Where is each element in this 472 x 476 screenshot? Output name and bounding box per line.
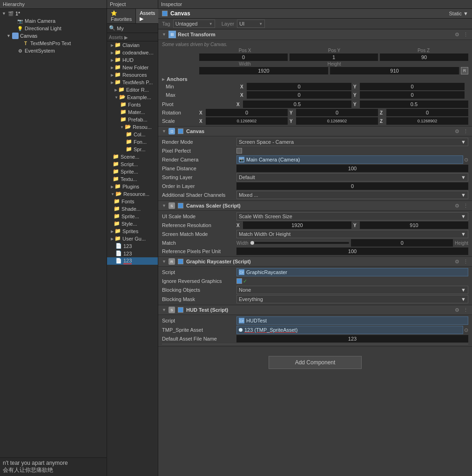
pivot-y-input[interactable] xyxy=(360,101,468,108)
screen-match-mode-dropdown[interactable]: Match Width Or Height ▼ xyxy=(236,230,468,238)
hud-test-settings[interactable]: ⚙ xyxy=(455,307,459,313)
anchors-max-y-input[interactable] xyxy=(360,91,465,99)
folder-clavian[interactable]: ▶ 📁 Clavian xyxy=(107,41,158,49)
folder-resources2[interactable]: ▼ 📂 Resource... xyxy=(107,190,158,198)
folder-textmesh[interactable]: ▶ 📁 TextMesh P... xyxy=(107,79,158,86)
rect-transform-header[interactable]: ▼ ⊞ Rect Transform ⚙ ⋮ xyxy=(158,29,472,40)
tag-dropdown[interactable]: Untagged ▼ xyxy=(173,20,215,28)
anchors-max-x-input[interactable] xyxy=(247,91,351,99)
raycaster-enabled-checkbox[interactable] xyxy=(178,259,183,264)
canvas-enabled-checkbox[interactable] xyxy=(178,128,183,134)
sorting-layer-dropdown[interactable]: Default ▼ xyxy=(236,173,468,181)
folder-fonts[interactable]: 📁 Fonts xyxy=(109,101,158,108)
hierarchy-item-textmeshpro[interactable]: ▶ T TextMeshPro Text xyxy=(0,40,107,47)
r-button[interactable]: R xyxy=(461,67,468,74)
canvas-header[interactable]: ▼ ⊡ Canvas ⚙ ⋮ xyxy=(158,127,472,136)
ignore-reversed-checkbox[interactable] xyxy=(236,278,242,284)
file-123-3[interactable]: 📄 123 xyxy=(107,257,158,265)
scaler-enabled-checkbox[interactable] xyxy=(178,203,183,208)
camera-link-dot[interactable]: ⊙ xyxy=(464,157,468,163)
object-active-checkbox[interactable] xyxy=(162,11,168,16)
folder-sprite-r[interactable]: 📁 Sprite... xyxy=(107,213,158,220)
rot-x-input[interactable] xyxy=(206,109,288,116)
hierarchy-item-eventsystem[interactable]: ▶ ⚙ EventSystem xyxy=(0,47,107,54)
tab-favorites[interactable]: ⭐ Favorites xyxy=(107,9,136,23)
folder-plugins[interactable]: ▶ 📁 Plugins xyxy=(107,183,158,190)
folder-sprite[interactable]: 📁 Sprite... xyxy=(107,168,158,175)
scale-y-input[interactable] xyxy=(296,117,378,125)
hud-test-enabled-checkbox[interactable] xyxy=(178,307,183,313)
render-mode-dropdown[interactable]: Screen Space - Camera ▼ xyxy=(236,138,468,146)
raycaster-settings[interactable]: ⚙ xyxy=(455,259,459,265)
folder-codeandweb[interactable]: ▶ 📁 codeandweb.com xyxy=(107,49,158,56)
ref-res-x-input[interactable] xyxy=(243,221,351,229)
folder-examples[interactable]: ▼ 📂 Example... xyxy=(109,94,158,101)
raycaster-script-value[interactable]: C# GraphicRaycaster xyxy=(236,268,468,276)
graphic-raycaster-header[interactable]: ▼ R Graphic Raycaster (Script) ⚙ ⋮ xyxy=(158,257,472,267)
folder-fonts-r[interactable]: 📁 Fonts xyxy=(107,198,158,205)
scaler-overflow[interactable]: ⋮ xyxy=(463,203,468,209)
height-input[interactable] xyxy=(330,67,459,74)
folder-resou2[interactable]: ▼ 📂 Resou... xyxy=(109,123,158,131)
pivot-x-input[interactable] xyxy=(243,101,351,108)
rot-y-input[interactable] xyxy=(296,109,378,116)
pos-y-input[interactable] xyxy=(290,54,378,61)
hierarchy-item-directional-light[interactable]: ▶ 💡 Directional Light xyxy=(0,25,107,32)
hud-test-overflow[interactable]: ⋮ xyxy=(463,307,468,313)
folder-textu[interactable]: 📁 Textu... xyxy=(107,175,158,183)
raycaster-overflow[interactable]: ⋮ xyxy=(463,259,468,265)
scene-root[interactable]: ▼ 🎬 1* xyxy=(0,10,107,17)
add-component-button[interactable]: Add Component xyxy=(269,356,362,369)
ref-pixels-input[interactable] xyxy=(236,248,468,255)
folder-style-r[interactable]: 📁 Style... xyxy=(107,220,158,228)
pos-z-input[interactable] xyxy=(380,54,468,61)
hud-script-value[interactable]: C# HUDTest xyxy=(236,316,468,325)
tmp-sprite-asset-value[interactable]: 123 (TMP_SpriteAsset) xyxy=(236,326,463,334)
pixel-perfect-checkbox[interactable] xyxy=(236,148,242,154)
scaler-settings[interactable]: ⚙ xyxy=(455,203,459,209)
anchors-min-y-input[interactable] xyxy=(360,83,465,90)
match-slider[interactable] xyxy=(250,242,350,244)
width-input[interactable] xyxy=(199,67,328,74)
hierarchy-item-main-camera[interactable]: ▶ 📷 Main Camera xyxy=(0,17,107,25)
hierarchy-item-canvas[interactable]: ▼ Canvas xyxy=(0,32,107,40)
rect-transform-overflow[interactable]: ⋮ xyxy=(463,32,468,38)
folder-script[interactable]: 📁 Script... xyxy=(107,161,158,168)
folder-editor-r[interactable]: ▶ 📁 Editor R... xyxy=(109,86,158,94)
hud-test-header[interactable]: ▼ S HUD Test (Script) ⚙ ⋮ xyxy=(158,305,472,315)
canvas-scaler-header[interactable]: ▼ S Canvas Scaler (Script) ⚙ ⋮ xyxy=(158,201,472,211)
ref-res-y-input[interactable] xyxy=(360,221,468,229)
file-123-1[interactable]: 📄 123 xyxy=(107,242,158,250)
file-123-2[interactable]: 📄 123 xyxy=(107,250,158,257)
blocking-mask-dropdown[interactable]: Everything ▼ xyxy=(236,295,468,303)
plane-distance-input[interactable] xyxy=(236,165,468,172)
scale-x-input[interactable] xyxy=(206,117,288,125)
tmp-sprite-link-dot[interactable]: ⊙ xyxy=(464,327,468,333)
tab-assets[interactable]: Assets ▶ xyxy=(136,9,159,23)
anchors-min-x-input[interactable] xyxy=(247,83,351,90)
folder-mater[interactable]: 📁 Mater... xyxy=(109,108,158,116)
folder-spr[interactable]: 📁 Spr... xyxy=(109,146,158,153)
folder-fon2[interactable]: 📁 Fon... xyxy=(109,138,158,146)
order-in-layer-input[interactable] xyxy=(236,182,468,190)
folder-hud[interactable]: ▶ 📁 HUD xyxy=(107,56,158,64)
layer-dropdown[interactable]: UI ▼ xyxy=(237,20,265,28)
folder-col[interactable]: 📁 Col... xyxy=(109,131,158,138)
default-asset-input[interactable] xyxy=(236,335,468,342)
match-value-input[interactable] xyxy=(351,239,453,247)
canvas-settings[interactable]: ⚙ xyxy=(455,128,459,134)
ui-scale-mode-dropdown[interactable]: Scale With Screen Size ▼ xyxy=(236,212,468,221)
scale-z-input[interactable] xyxy=(386,117,468,125)
rect-transform-settings[interactable]: ⚙ xyxy=(455,32,459,38)
folder-new[interactable]: ▶ 📁 New Folder xyxy=(107,64,158,71)
canvas-overflow[interactable]: ⋮ xyxy=(463,128,468,134)
folder-resources[interactable]: ▶ 📁 Resources xyxy=(107,71,158,79)
static-label[interactable]: Static ▼ xyxy=(449,11,468,16)
folder-sprites[interactable]: ▶ 📁 Sprites xyxy=(107,228,158,235)
rot-z-input[interactable] xyxy=(386,109,468,116)
pos-x-input[interactable] xyxy=(199,54,288,61)
shader-channels-dropdown[interactable]: Mixed ... ▼ xyxy=(236,191,468,199)
folder-usergu[interactable]: ▶ 📁 User Gu... xyxy=(107,235,158,242)
folder-scene[interactable]: 📁 Scene... xyxy=(107,153,158,161)
folder-shade-r[interactable]: 📁 Shade... xyxy=(107,205,158,213)
